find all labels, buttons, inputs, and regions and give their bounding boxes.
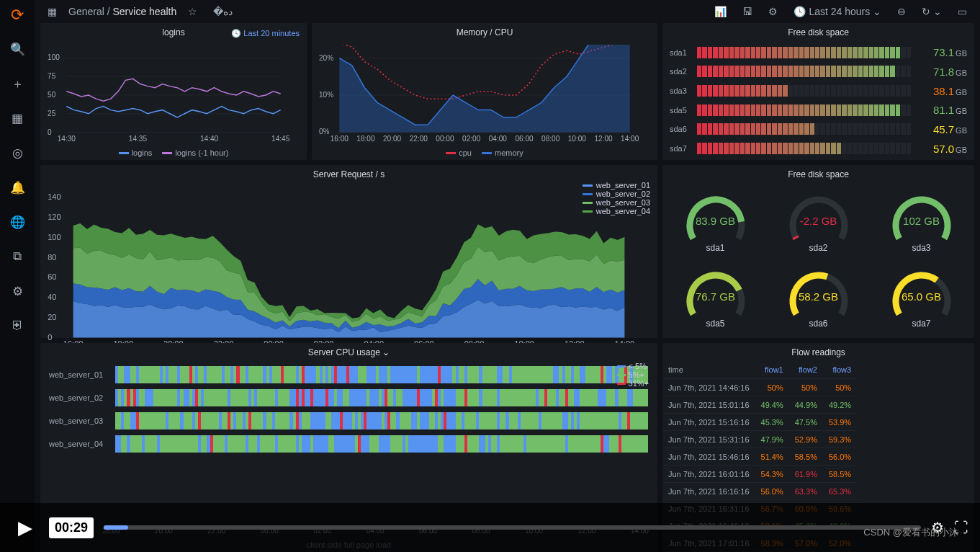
table-row: Jun 7th, 2021 16:16:1656.0%63.3%65.3% <box>662 483 857 500</box>
video-progress[interactable] <box>104 525 921 530</box>
svg-text:16:00: 16:00 <box>331 134 349 142</box>
gauge-value: 76.7 GB <box>696 290 735 303</box>
svg-text:08:00: 08:00 <box>541 134 560 142</box>
svg-text:25: 25 <box>48 109 56 117</box>
svg-text:02:00: 02:00 <box>462 134 481 142</box>
svg-text:60: 60 <box>48 272 56 281</box>
panel-title: Memory / CPU <box>312 23 657 42</box>
time-range-picker[interactable]: 🕓 Last 24 hours ⌄ <box>789 3 886 20</box>
page-title: Service health <box>112 6 176 17</box>
breadcrumb: General / Service health <box>68 6 176 17</box>
cpu-row: web_server_04 <box>49 434 649 454</box>
gauge: 58.2 GBsda6 <box>768 262 868 335</box>
disk-row: sda581.1GB <box>670 102 967 118</box>
panel-free-disk-bars[interactable]: Free disk space sda173.1GBsda271.8GBsda3… <box>662 23 974 160</box>
grafana-logo-icon[interactable]: ⟳ <box>11 6 24 25</box>
star-icon[interactable]: ☆ <box>184 3 202 20</box>
save-icon[interactable]: 🖫 <box>738 3 757 20</box>
panel-toggle-icon[interactable]: ▦ <box>43 3 61 20</box>
server-label: web_server_01 <box>49 370 109 379</box>
disk-heatbar <box>697 104 911 116</box>
apps-icon[interactable]: ⧉ <box>7 246 27 267</box>
settings-icon[interactable]: ⚙ <box>764 3 782 20</box>
svg-text:04:00: 04:00 <box>489 134 508 142</box>
topbar: ▦ General / Service health ☆ �ده 📊 🖫 ⚙ 🕓… <box>35 0 980 23</box>
disk-heatbar <box>697 47 911 58</box>
video-settings-icon[interactable]: ⚙ <box>931 519 944 536</box>
table-header[interactable]: time <box>662 362 755 379</box>
gear-icon[interactable]: ⚙ <box>7 281 27 301</box>
cpu-row: web_server_01 <box>49 365 649 385</box>
breadcrumb-folder[interactable]: General <box>68 6 104 17</box>
disk-row: sda271.8GB <box>670 63 967 79</box>
svg-text:80: 80 <box>48 252 56 261</box>
svg-text:0: 0 <box>48 332 52 341</box>
svg-text:14:35: 14:35 <box>129 134 148 142</box>
svg-text:22:00: 22:00 <box>410 134 428 142</box>
fullscreen-icon[interactable]: ⛶ <box>954 520 968 536</box>
plus-icon[interactable]: ＋ <box>7 74 27 94</box>
svg-text:10:00: 10:00 <box>568 134 587 142</box>
disk-heatbar <box>697 143 911 154</box>
requests-chart: 02040608010012014016:0018:0020:0022:0000… <box>46 187 652 348</box>
add-panel-icon[interactable]: 📊 <box>710 3 731 20</box>
table-header[interactable]: flow2 <box>789 362 823 379</box>
globe-icon[interactable]: 🌐 <box>7 212 27 232</box>
svg-text:18:00: 18:00 <box>356 134 375 142</box>
panel-title: Server Request / s <box>40 165 657 184</box>
table-row: Jun 7th, 2021 15:01:1649.4%44.9%49.2% <box>662 396 857 414</box>
svg-text:14:40: 14:40 <box>200 134 219 142</box>
panel-free-disk-gauges[interactable]: Free disk space 83.9 GBsda1-2.2 GBsda210… <box>662 165 974 338</box>
gauge-label: sda7 <box>912 319 930 329</box>
panel-title: Free disk space <box>662 165 974 184</box>
zoom-out-icon[interactable]: ⊖ <box>893 3 910 20</box>
panel-title: Free disk space <box>662 23 974 42</box>
disk-value: 57.0GB <box>915 143 967 155</box>
gauge-value: -2.2 GB <box>800 215 837 227</box>
panel-title: Server CPU usage ⌄ <box>40 343 657 362</box>
svg-text:100: 100 <box>48 232 60 241</box>
svg-text:14:00: 14:00 <box>621 134 639 142</box>
explore-icon[interactable]: ◎ <box>7 143 27 163</box>
disk-value: 71.8GB <box>915 66 967 78</box>
panel-memory-cpu[interactable]: Memory / CPU 0%10%20%16:0018:0020:0022:0… <box>312 23 657 160</box>
gauge-value: 58.2 GB <box>799 290 838 303</box>
table-row: Jun 7th, 2021 15:16:1645.3%47.5%53.9% <box>662 414 857 431</box>
tv-mode-icon[interactable]: ▭ <box>953 3 971 20</box>
table-row: Jun 7th, 2021 15:31:1647.9%52.9%59.3% <box>662 431 857 448</box>
panel-logins[interactable]: logins 🕓 Last 20 minutes 025507510014:30… <box>40 23 307 160</box>
table-header[interactable]: flow3 <box>823 362 857 379</box>
svg-text:0%: 0% <box>319 128 330 135</box>
gauge-label: sda1 <box>706 243 724 253</box>
panel-server-requests[interactable]: Server Request / s web_server_01web_serv… <box>40 165 657 338</box>
table-header[interactable]: flow1 <box>755 362 789 379</box>
play-button[interactable]: ▶ <box>12 514 39 541</box>
svg-text:14:30: 14:30 <box>58 134 76 142</box>
svg-text:50: 50 <box>48 91 56 99</box>
gauge-label: sda6 <box>809 319 827 329</box>
table-row: Jun 7th, 2021 14:46:1650%50%50% <box>662 379 857 396</box>
shield-icon[interactable]: ⛨ <box>7 316 27 336</box>
svg-text:40: 40 <box>48 293 56 301</box>
svg-text:10%: 10% <box>319 91 333 99</box>
svg-text:0: 0 <box>48 128 52 135</box>
alerting-icon[interactable]: 🔔 <box>7 177 27 197</box>
disk-value: 45.7GB <box>915 123 967 135</box>
search-icon[interactable]: 🔍 <box>7 39 27 59</box>
gauge-value: 83.9 GB <box>696 215 735 227</box>
cpu-heatbar <box>115 389 649 406</box>
dashboards-icon[interactable]: ▦ <box>7 108 27 128</box>
refresh-icon[interactable]: ↻ ⌄ <box>917 3 946 20</box>
svg-text:14:45: 14:45 <box>271 134 290 142</box>
cpu-heatbar <box>115 435 649 453</box>
logins-chart: 025507510014:3014:3514:4014:45 <box>46 45 301 146</box>
gauge: -2.2 GBsda2 <box>768 187 868 259</box>
svg-text:75: 75 <box>48 72 56 80</box>
share-icon[interactable]: �ده <box>209 3 237 20</box>
legend: cpu memory <box>312 146 657 160</box>
svg-text:20:00: 20:00 <box>383 134 402 142</box>
gauge-label: sda3 <box>912 243 930 253</box>
disk-label: sda6 <box>670 125 693 133</box>
cpu-row: web_server_02 <box>49 388 649 408</box>
svg-text:12:00: 12:00 <box>594 134 613 142</box>
